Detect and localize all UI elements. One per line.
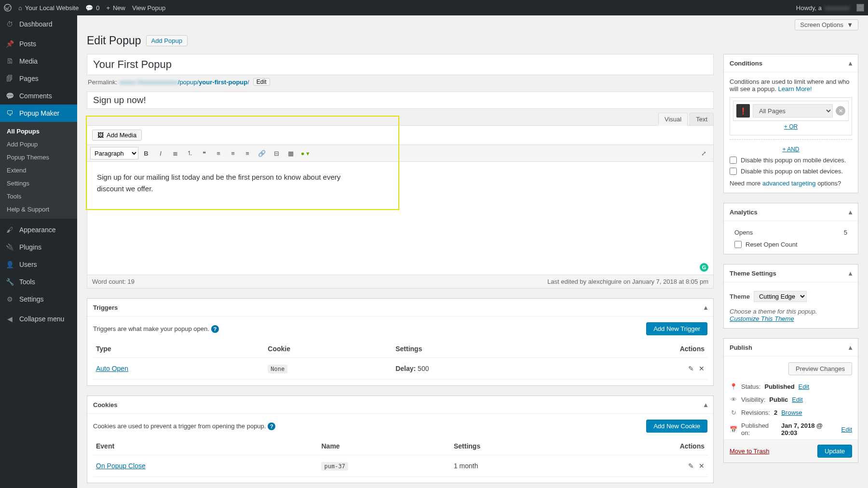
insert-more-icon[interactable]: ⊟ — [270, 147, 283, 159]
toolbar-toggle-icon[interactable]: ▦ — [284, 147, 298, 159]
move-to-trash-link[interactable]: Move to Trash — [730, 448, 769, 455]
popup-title-input[interactable] — [87, 54, 714, 75]
sub-item-settings[interactable]: Settings — [0, 177, 77, 190]
numbered-list-icon[interactable]: ⒈ — [183, 147, 196, 159]
new-content-link[interactable]: + New — [106, 4, 125, 12]
add-trigger-button[interactable]: Add New Trigger — [646, 322, 707, 335]
add-popup-button[interactable]: Add Popup — [146, 35, 188, 46]
sidebar-item-pages[interactable]: 🗐Pages — [0, 70, 77, 87]
wp-logo-icon[interactable] — [4, 4, 12, 12]
permalink-link[interactable]: xxxxx://xxxxxxxxxxxx/popup/your-first-po… — [119, 79, 249, 86]
blockquote-icon[interactable]: ❝ — [197, 147, 211, 159]
customize-theme-link[interactable]: Customize This Theme — [730, 315, 794, 322]
help-icon[interactable]: ? — [268, 422, 275, 430]
format-select[interactable]: Paragraph — [90, 147, 138, 159]
trigger-type-link[interactable]: Auto Open — [96, 365, 128, 372]
analytics-heading[interactable]: Analytics▴ — [724, 203, 858, 221]
cookie-settings: 1 month — [451, 455, 583, 477]
align-center-icon[interactable]: ≡ — [226, 147, 240, 159]
sub-item-add-popup[interactable]: Add Popup — [0, 138, 77, 151]
camera-icon: 🖻 — [5, 56, 14, 66]
sub-item-help-support[interactable]: Help & Support — [0, 203, 77, 216]
triggers-toggle-icon[interactable]: ▴ — [704, 303, 707, 311]
site-name-link[interactable]: ⌂ Your Local Website — [18, 4, 79, 12]
cookies-heading[interactable]: Cookies ▴ — [87, 396, 713, 414]
screen-options-button[interactable]: Screen Options ▼ — [795, 19, 858, 30]
edit-icon[interactable]: ✎ — [688, 462, 694, 470]
toggle-icon[interactable]: ▴ — [849, 59, 852, 67]
sidebar-item-dashboard[interactable]: ⏱Dashboard — [0, 15, 77, 33]
sidebar-item-appearance[interactable]: 🖌Appearance — [0, 221, 77, 238]
disable-mobile-checkbox[interactable] — [730, 157, 737, 164]
edit-icon[interactable]: ✎ — [688, 365, 694, 372]
edit-date-link[interactable]: Edit — [841, 426, 852, 433]
reset-count-checkbox[interactable] — [734, 241, 742, 248]
triggers-heading[interactable]: Triggers ▴ — [87, 299, 713, 317]
popup-subtitle-input[interactable] — [87, 92, 714, 109]
align-left-icon[interactable]: ≡ — [212, 147, 225, 159]
sidebar-item-tools[interactable]: 🔧Tools — [0, 273, 77, 290]
permalink-edit-button[interactable]: Edit — [253, 78, 270, 86]
sidebar-item-plugins[interactable]: 🔌Plugins — [0, 238, 77, 256]
advanced-targeting-link[interactable]: advanced targeting — [762, 180, 816, 187]
sidebar-item-collapse[interactable]: ◀Collapse menu — [0, 310, 77, 328]
sub-item-tools[interactable]: Tools — [0, 190, 77, 203]
theme-heading[interactable]: Theme Settings▴ — [724, 264, 858, 282]
learn-more-link[interactable]: Learn More! — [778, 85, 812, 92]
insert-link-icon[interactable]: 🔗 — [255, 147, 269, 159]
cookie-event-link[interactable]: On Popup Close — [96, 462, 146, 470]
sidebar-item-media[interactable]: 🖻Media — [0, 53, 77, 70]
grammarly-icon[interactable]: G — [700, 263, 708, 272]
toggle-icon[interactable]: ▴ — [849, 269, 852, 277]
fullscreen-icon[interactable]: ⤢ — [697, 147, 710, 159]
publish-heading[interactable]: Publish▴ — [724, 339, 858, 356]
align-right-icon[interactable]: ≡ — [241, 147, 254, 159]
condition-select[interactable]: All Pages — [753, 104, 833, 118]
sidebar-item-users[interactable]: 👤Users — [0, 256, 77, 273]
preview-changes-button[interactable]: Preview Changes — [788, 362, 852, 375]
sidebar-item-settings[interactable]: ⚙Settings — [0, 290, 77, 308]
cookies-toggle-icon[interactable]: ▴ — [704, 401, 707, 409]
editor-tab-text[interactable]: Text — [690, 113, 714, 125]
browse-revisions-link[interactable]: Browse — [781, 409, 802, 416]
disable-mobile-check[interactable]: Disable this popup on mobile devices. — [730, 155, 852, 166]
remove-condition-icon[interactable]: ✕ — [836, 106, 845, 116]
add-or-link[interactable]: + OR — [784, 123, 798, 130]
edit-status-link[interactable]: Edit — [799, 383, 809, 390]
conditions-heading[interactable]: Conditions▴ — [724, 54, 858, 72]
toggle-icon[interactable]: ▴ — [849, 208, 852, 216]
disable-tablet-check[interactable]: Disable this popup on tablet devices. — [730, 166, 852, 177]
delete-icon[interactable]: ✕ — [699, 462, 705, 470]
delete-icon[interactable]: ✕ — [699, 365, 705, 372]
add-media-button[interactable]: 🖼 Add Media — [92, 130, 142, 141]
sidebar-item-popup-maker[interactable]: 🗨Popup Maker — [0, 105, 77, 122]
not-operand-icon[interactable]: ❗ — [736, 104, 750, 118]
bold-icon[interactable]: B — [139, 147, 153, 159]
sidebar-item-comments[interactable]: 💬Comments — [0, 87, 77, 105]
update-button[interactable]: Update — [817, 445, 852, 458]
howdy-text: Howdy, a — [796, 4, 822, 12]
toggle-icon[interactable]: ▴ — [849, 343, 852, 351]
edit-visibility-link[interactable]: Edit — [792, 396, 802, 403]
theme-select[interactable]: Cutting Edge — [754, 291, 807, 302]
disable-tablet-checkbox[interactable] — [730, 168, 737, 175]
help-icon[interactable]: ? — [211, 325, 219, 333]
howdy-link[interactable]: Howdy, axxxxxxxx — [796, 4, 850, 12]
color-dropdown-icon[interactable]: ● ▾ — [298, 147, 312, 159]
avatar[interactable] — [856, 4, 864, 12]
bulleted-list-icon[interactable]: ≣ — [168, 147, 182, 159]
reset-count-check[interactable]: Reset Open Count — [730, 238, 852, 248]
comments-link[interactable]: 💬 0 — [85, 4, 99, 12]
add-cookie-button[interactable]: Add New Cookie — [646, 420, 707, 433]
italic-icon[interactable]: I — [154, 147, 167, 159]
sub-item-popup-themes[interactable]: Popup Themes — [0, 151, 77, 164]
view-popup-link[interactable]: View Popup — [132, 4, 165, 12]
sub-item-all-popups[interactable]: All Popups — [0, 125, 77, 138]
trigger-settings-value: 500 — [418, 365, 429, 372]
add-and-link[interactable]: + AND — [782, 146, 799, 153]
editor-tab-visual[interactable]: Visual — [658, 113, 688, 126]
editor-body[interactable]: Sign up for our mailing list today and b… — [87, 162, 714, 275]
sidebar-item-posts[interactable]: 📌Posts — [0, 35, 77, 53]
sub-item-extend[interactable]: Extend — [0, 164, 77, 177]
col-actions: Actions — [583, 437, 707, 455]
